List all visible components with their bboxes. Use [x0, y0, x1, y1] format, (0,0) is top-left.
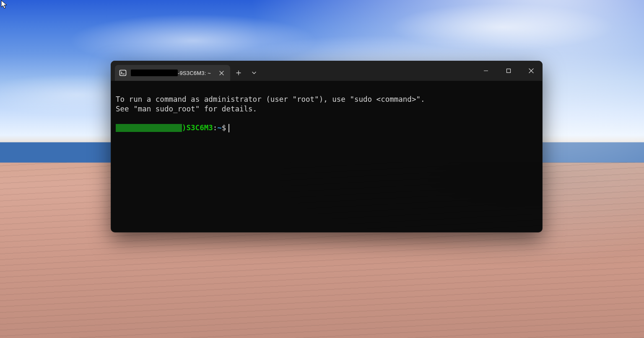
- motd-line: To run a command as administrator (user …: [116, 95, 425, 103]
- redacted-tab-prefix: [131, 70, 178, 76]
- chevron-down-icon: [252, 70, 257, 75]
- prompt-separator: :: [213, 123, 218, 133]
- prompt-path: ~: [217, 123, 222, 133]
- tab-dropdown-button[interactable]: [247, 65, 261, 81]
- tab-title: -9S3C6M3: ~: [131, 70, 211, 76]
- prompt-symbol: $: [222, 123, 226, 133]
- minimize-button[interactable]: [475, 61, 497, 81]
- plus-icon: [236, 70, 241, 75]
- titlebar-drag-region[interactable]: [261, 61, 475, 81]
- terminal-window: -9S3C6M3: ~: [111, 61, 543, 232]
- close-window-button[interactable]: [520, 61, 543, 81]
- close-icon: [529, 68, 534, 73]
- minimize-icon: [483, 68, 488, 73]
- cursor-icon: [1, 0, 8, 9]
- prompt-line: )S3C6M3:~$: [116, 123, 538, 133]
- terminal-body[interactable]: To run a command as administrator (user …: [111, 81, 543, 232]
- redacted-prompt-user: [116, 124, 182, 132]
- svg-rect-0: [120, 70, 126, 76]
- maximize-icon: [506, 68, 511, 73]
- new-tab-button[interactable]: [230, 65, 247, 81]
- desktop-wallpaper: -9S3C6M3: ~: [0, 0, 644, 338]
- titlebar[interactable]: -9S3C6M3: ~: [111, 61, 543, 81]
- text-cursor: [229, 124, 229, 132]
- maximize-button[interactable]: [497, 61, 520, 81]
- svg-rect-3: [507, 69, 511, 73]
- tab-active[interactable]: -9S3C6M3: ~: [115, 65, 230, 81]
- motd-line: See "man sudo_root" for details.: [116, 105, 257, 113]
- close-icon: [219, 71, 224, 75]
- prompt-host: )S3C6M3: [182, 123, 213, 133]
- terminal-icon: [119, 69, 127, 77]
- tab-close-button[interactable]: [217, 68, 226, 77]
